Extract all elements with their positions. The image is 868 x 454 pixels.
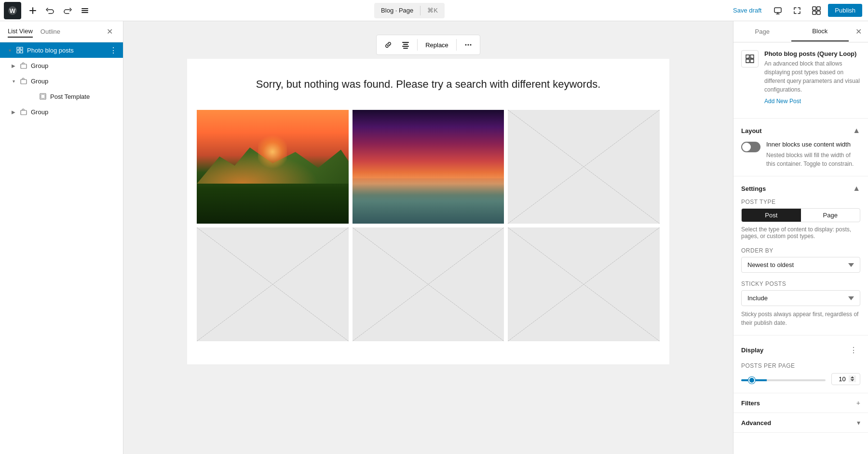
order-by-select[interactable]: Newest to oldest Oldest to newest A → Z …: [741, 257, 860, 273]
top-toolbar: W Blog · Page ⌘K Save draft: [0, 0, 868, 21]
toolbar-center: Blog · Page ⌘K: [96, 3, 722, 18]
sticky-posts-container: STICKY POSTS Include Exclude Only Sticky…: [741, 280, 860, 327]
group-1-label: Group: [31, 62, 119, 69]
display-section-header: Display ⋮: [741, 343, 860, 357]
block-more-button[interactable]: [461, 37, 476, 53]
svg-text:W: W: [10, 7, 16, 14]
tree-item-post-template[interactable]: ▶ Post Template: [0, 89, 123, 104]
panel-tab-block[interactable]: Block: [791, 22, 849, 41]
sticky-posts-helper: Sticky posts always appear first, regard…: [741, 310, 860, 327]
panel-display-section: Display ⋮ POSTS PER PAGE: [733, 335, 868, 393]
block-align-button[interactable]: [398, 37, 413, 53]
photo-sunset-image: [353, 110, 504, 224]
svg-point-20: [467, 44, 469, 46]
photo-sunset-1: [353, 110, 504, 224]
inner-blocks-toggle[interactable]: [741, 142, 760, 152]
panel-tab-page[interactable]: Page: [733, 22, 791, 41]
posts-per-page-row: [741, 373, 860, 385]
tab-list-view[interactable]: List View: [8, 26, 33, 38]
photo-mountain-image: [197, 110, 349, 224]
panel-block-info-section: Photo blog posts (Query Loop) An advance…: [733, 42, 868, 119]
display-more-button[interactable]: ⋮: [847, 343, 860, 357]
post-type-page-button[interactable]: Page: [801, 209, 860, 222]
block-info-icon: [741, 50, 759, 67]
photo-grid-row-1: [197, 110, 660, 224]
save-draft-button[interactable]: Save draft: [728, 4, 766, 17]
add-new-post-link[interactable]: Add New Post: [764, 98, 860, 105]
publish-button[interactable]: Publish: [828, 4, 862, 17]
block-info-text: Photo blog posts (Query Loop) An advance…: [764, 50, 860, 105]
svg-point-21: [470, 44, 471, 46]
add-block-button[interactable]: [25, 3, 41, 18]
no-results-text: Sorry, but nothing was found. Please try…: [197, 78, 660, 91]
panel-header: Page Block ✕: [733, 21, 868, 42]
svg-rect-11: [21, 80, 27, 84]
svg-rect-4: [81, 12, 88, 13]
toolbar-divider: [417, 39, 418, 51]
photo-blog-posts-more[interactable]: ⋮: [108, 44, 119, 56]
posts-per-page-input[interactable]: [831, 373, 860, 385]
breadcrumb-pill[interactable]: Blog · Page ⌘K: [374, 3, 445, 18]
block-toolbar: Replace: [376, 35, 480, 55]
list-view-toggle-button[interactable]: [77, 3, 93, 18]
posts-per-page-label: POSTS PER PAGE: [741, 362, 860, 369]
layout-collapse-icon: ▲: [853, 126, 860, 135]
advanced-section-header[interactable]: Advanced ▾: [733, 413, 868, 432]
undo-button[interactable]: [42, 3, 58, 18]
tree-item-group-3[interactable]: ▶ Group: [0, 104, 123, 120]
photo-placeholder-1: [508, 110, 660, 224]
svg-rect-3: [81, 10, 88, 11]
toggle-knob: [742, 143, 751, 151]
replace-button[interactable]: Replace: [421, 40, 452, 51]
layout-section-header[interactable]: Layout ▲: [741, 126, 860, 135]
tree-item-photo-blog-posts[interactable]: ▾ Photo blog posts ⋮: [0, 42, 123, 58]
photo-placeholder-image-3: [353, 227, 504, 341]
photo-mountain-1: [197, 110, 349, 224]
svg-rect-9: [817, 11, 820, 14]
advanced-title: Advanced: [741, 419, 771, 427]
redo-button[interactable]: [60, 3, 75, 18]
post-type-post-button[interactable]: Post: [742, 209, 801, 222]
wp-logo[interactable]: W: [4, 2, 21, 19]
tree-toggle-group2: ▾: [8, 75, 19, 87]
panel-settings-section: Settings ▲ POST TYPE Post Page Select th…: [733, 176, 868, 335]
display-section-title: Display: [741, 347, 763, 354]
filters-expand-icon: +: [856, 399, 860, 407]
sidebar-tabs: List View Outline: [8, 26, 60, 38]
toolbar-right: Save draft Publish: [722, 3, 868, 18]
preview-button[interactable]: [770, 3, 786, 18]
svg-rect-6: [813, 7, 816, 10]
tree-item-group-1[interactable]: ▶ Group: [0, 58, 123, 73]
svg-rect-10: [21, 64, 27, 68]
svg-rect-17: [402, 46, 409, 47]
photo-blog-posts-label: Photo blog posts: [27, 47, 108, 54]
breadcrumb-page-text: Blog · Page: [374, 7, 420, 14]
settings-section-header[interactable]: Settings ▲: [741, 184, 860, 193]
block-link-button[interactable]: [380, 37, 396, 53]
settings-button[interactable]: [809, 3, 824, 18]
panel-layout-section: Layout ▲ Inner blocks use content width …: [733, 119, 868, 176]
tab-outline[interactable]: Outline: [41, 26, 60, 38]
sidebar-close-button[interactable]: ✕: [104, 26, 115, 38]
group-3-label: Group: [31, 108, 119, 116]
sticky-posts-label: STICKY POSTS: [741, 280, 860, 287]
panel-close-button[interactable]: ✕: [851, 24, 866, 40]
canvas-content: Sorry, but nothing was found. Please try…: [187, 59, 669, 364]
left-sidebar: List View Outline ✕ ▾ Photo blog posts ⋮…: [0, 21, 123, 454]
tree-item-group-2[interactable]: ▾ Group: [0, 73, 123, 89]
block-info: Photo blog posts (Query Loop) An advance…: [741, 50, 860, 105]
sidebar-header: List View Outline ✕: [0, 21, 123, 42]
right-panel: Page Block ✕ Photo blog posts (Query Loo…: [733, 21, 868, 454]
svg-rect-5: [774, 8, 781, 13]
sticky-posts-select[interactable]: Include Exclude Only: [741, 290, 860, 306]
tree-toggle-icon: ▾: [4, 44, 15, 56]
tree-toggle-group3: ▶: [8, 106, 19, 118]
photo-placeholder-2: [197, 227, 349, 341]
order-by-container: ORDER BY Newest to oldest Oldest to newe…: [741, 247, 860, 273]
posts-per-page-slider[interactable]: [741, 379, 826, 381]
svg-rect-2: [81, 8, 88, 9]
photo-placeholder-image-1: [508, 110, 660, 224]
svg-rect-18: [403, 48, 408, 49]
filters-section-header[interactable]: Filters +: [733, 393, 868, 413]
fullscreen-button[interactable]: [789, 3, 805, 18]
